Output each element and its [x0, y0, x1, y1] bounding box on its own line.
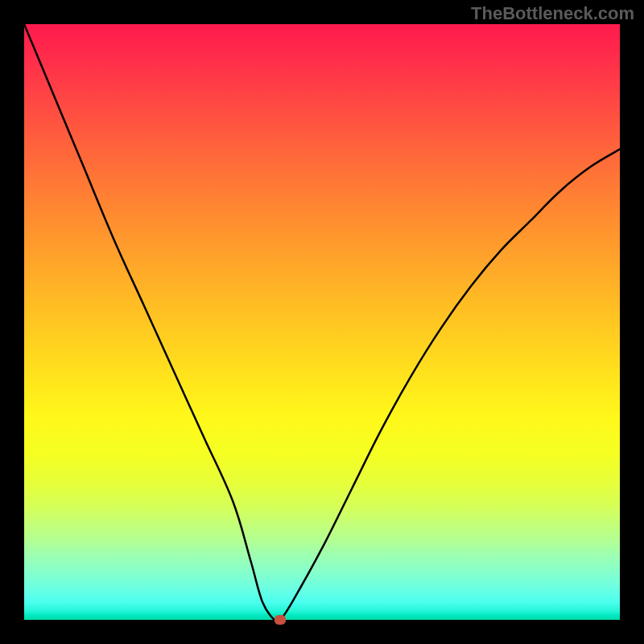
bottleneck-curve [24, 24, 620, 620]
watermark-text: TheBottleneck.com [471, 3, 634, 24]
curve-svg [24, 24, 620, 620]
optimal-point-marker [275, 615, 286, 625]
chart-plot-area [24, 24, 620, 620]
